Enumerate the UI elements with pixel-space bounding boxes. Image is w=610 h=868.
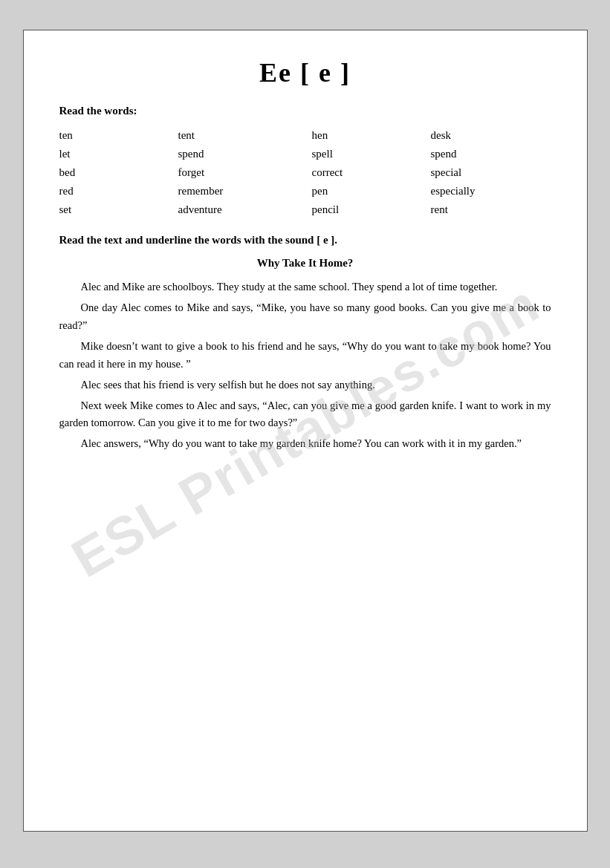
story-paragraph: Alec and Mike are schoolboys. They study… [59,278,551,296]
word-cell: rent [431,202,550,218]
worksheet-page: ESL Printables.com Ee [ e ] Read the wor… [23,30,588,832]
section2-label: Read the text and underline the words wi… [59,234,551,247]
section1-label: Read the words: [59,105,551,117]
word-cell: tent [178,128,312,143]
word-cell: spend [178,146,312,162]
word-cell: special [431,165,550,180]
word-cell: set [59,202,178,218]
story-text: Alec and Mike are schoolboys. They study… [59,278,551,453]
word-cell: forget [178,165,312,180]
word-cell: bed [59,165,178,180]
story-paragraph: Mike doesn’t want to give a book to his … [59,338,551,373]
word-cell: hen [312,128,431,143]
word-cell: red [59,183,178,199]
word-cell: spell [312,146,431,162]
word-cell: especially [431,183,550,199]
story-title: Why Take It Home? [59,257,551,270]
word-cell: let [59,146,178,162]
word-cell: spend [431,146,550,162]
story-paragraph: Alec sees that his friend is very selfis… [59,376,551,394]
word-cell: pencil [312,202,431,218]
word-cell: ten [59,128,178,143]
story-paragraph: Alec answers, “Why do you want to take m… [59,435,551,453]
word-cell: adventure [178,202,312,218]
story-paragraph: One day Alec comes to Mike and says, “Mi… [59,299,551,335]
page-title: Ee [ e ] [59,57,551,88]
word-cell: remember [178,183,312,199]
word-grid: tententhendeskletspendspellspendbedforge… [59,128,551,218]
word-cell: pen [312,183,431,199]
word-cell: correct [312,165,431,180]
word-cell: desk [431,128,550,143]
story-paragraph: Next week Mike comes to Alec and says, “… [59,397,551,433]
